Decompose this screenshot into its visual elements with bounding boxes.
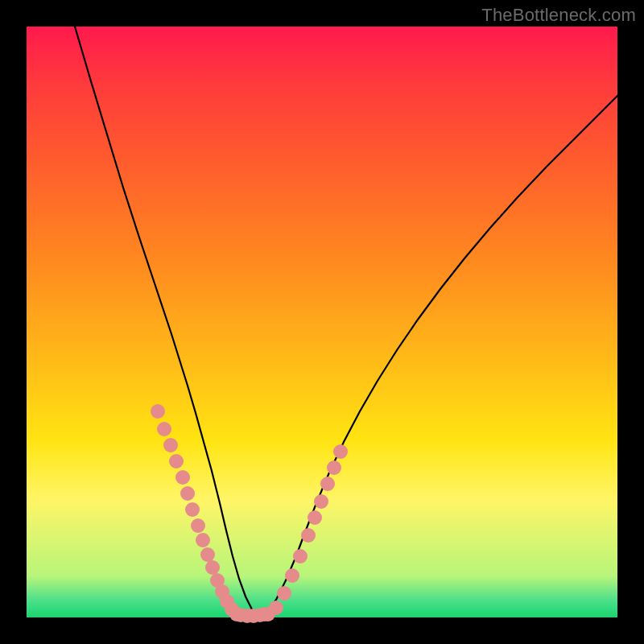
outer-frame: TheBottleneck.com bbox=[0, 0, 644, 644]
data-dot bbox=[191, 518, 205, 533]
watermark-text: TheBottleneck.com bbox=[481, 5, 636, 26]
data-dot bbox=[157, 422, 171, 436]
data-dot bbox=[320, 477, 335, 491]
data-dot bbox=[169, 454, 184, 469]
dot-cluster-left bbox=[151, 404, 244, 621]
data-dot bbox=[285, 568, 299, 583]
data-dot bbox=[175, 470, 190, 485]
data-dot bbox=[163, 438, 178, 452]
chart-svg bbox=[27, 27, 617, 617]
bottleneck-curve bbox=[75, 27, 617, 616]
data-dot bbox=[277, 586, 291, 601]
data-dot bbox=[333, 444, 348, 459]
data-dot bbox=[293, 549, 308, 564]
data-dot bbox=[185, 502, 200, 517]
data-dot bbox=[200, 547, 215, 562]
data-dot bbox=[327, 460, 341, 475]
data-dot bbox=[258, 607, 272, 621]
data-dot bbox=[180, 486, 195, 501]
data-dot bbox=[205, 560, 220, 575]
data-dot bbox=[196, 533, 210, 547]
dot-cluster-right bbox=[261, 444, 348, 621]
data-dot bbox=[151, 404, 165, 419]
data-dot bbox=[308, 510, 322, 525]
chart-plot-area bbox=[27, 27, 617, 617]
data-dot bbox=[301, 528, 316, 543]
dot-cluster-bottom bbox=[233, 607, 272, 623]
data-dot bbox=[314, 494, 328, 509]
